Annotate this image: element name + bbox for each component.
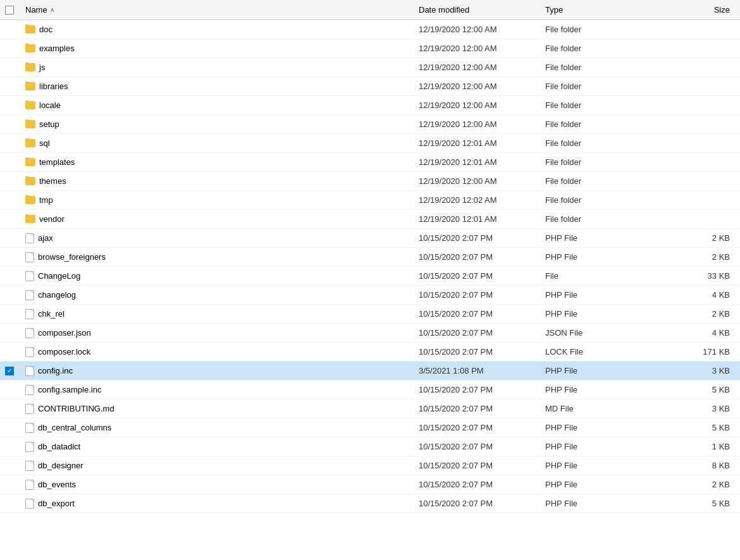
table-row[interactable]: browse_foreigners10/15/2020 2:07 PMPHP F…: [0, 248, 740, 267]
table-row[interactable]: composer.lock10/15/2020 2:07 PMLOCK File…: [0, 343, 740, 362]
file-name: vendor: [39, 214, 65, 224]
php-file-icon: [25, 442, 34, 452]
row-type-col: File folder: [545, 214, 672, 224]
file-name: db_datadict: [38, 442, 80, 451]
table-row[interactable]: db_events10/15/2020 2:07 PMPHP File2 KB: [0, 475, 740, 494]
row-type-col: PHP File: [545, 442, 672, 451]
date-column-label: Date modified: [419, 5, 469, 15]
row-type-col: File: [545, 271, 672, 281]
type-column-label: Type: [545, 5, 563, 15]
row-date-col: 12/19/2020 12:01 AM: [419, 138, 545, 148]
row-type-col: PHP File: [545, 423, 672, 432]
file-name: js: [39, 63, 45, 72]
table-row[interactable]: doc12/19/2020 12:00 AMFile folder: [0, 20, 740, 39]
row-date-col: 10/15/2020 2:07 PM: [419, 461, 545, 470]
table-row[interactable]: db_datadict10/15/2020 2:07 PMPHP File1 K…: [0, 437, 740, 456]
table-row[interactable]: composer.json10/15/2020 2:07 PMJSON File…: [0, 324, 740, 343]
table-row[interactable]: js12/19/2020 12:00 AMFile folder: [0, 58, 740, 77]
file-name: db_export: [38, 499, 75, 508]
row-size-col: 5 KB: [672, 499, 735, 508]
table-row[interactable]: vendor12/19/2020 12:01 AMFile folder: [0, 210, 740, 229]
row-date-col: 12/19/2020 12:00 AM: [419, 63, 545, 72]
folder-icon: [25, 158, 35, 166]
table-row[interactable]: tmp12/19/2020 12:02 AMFile folder: [0, 191, 740, 210]
row-date-col: 12/19/2020 12:00 AM: [419, 25, 545, 34]
row-type-col: PHP File: [545, 461, 672, 470]
file-name: db_designer: [38, 461, 83, 470]
row-date-col: 10/15/2020 2:07 PM: [419, 271, 545, 281]
php-file-icon: [25, 252, 34, 262]
table-row[interactable]: db_central_columns10/15/2020 2:07 PMPHP …: [0, 418, 740, 437]
row-name-col: doc: [25, 25, 419, 34]
folder-icon: [25, 101, 35, 109]
php-file-icon: [25, 499, 34, 509]
table-row[interactable]: sql12/19/2020 12:01 AMFile folder: [0, 134, 740, 153]
table-row[interactable]: libraries12/19/2020 12:00 AMFile folder: [0, 77, 740, 96]
file-name: CONTRIBUTING.md: [38, 404, 114, 413]
row-size-col: 2 KB: [672, 480, 735, 489]
table-row[interactable]: templates12/19/2020 12:01 AMFile folder: [0, 153, 740, 172]
row-date-col: 10/15/2020 2:07 PM: [419, 252, 545, 262]
table-row[interactable]: changelog10/15/2020 2:07 PMPHP File4 KB: [0, 286, 740, 305]
select-all-checkbox[interactable]: [5, 6, 14, 15]
row-type-col: PHP File: [545, 233, 672, 243]
file-name: composer.json: [38, 328, 91, 338]
table-row[interactable]: db_designer10/15/2020 2:07 PMPHP File8 K…: [0, 456, 740, 475]
php-file-icon: [25, 423, 34, 433]
table-header: Name ∧ Date modified Type Size: [0, 0, 740, 20]
row-name-col: config.sample.inc: [25, 385, 419, 395]
php-file-icon: [25, 233, 34, 243]
row-name-col: sql: [25, 138, 419, 148]
file-name: sql: [39, 138, 50, 148]
file-explorer[interactable]: Name ∧ Date modified Type Size doc12/19/…: [0, 0, 740, 560]
table-row[interactable]: chk_rel10/15/2020 2:07 PMPHP File2 KB: [0, 305, 740, 324]
row-date-col: 10/15/2020 2:07 PM: [419, 423, 545, 432]
php-file-icon: [25, 480, 34, 490]
row-date-col: 12/19/2020 12:00 AM: [419, 119, 545, 129]
row-date-col: 10/15/2020 2:07 PM: [419, 442, 545, 451]
row-date-col: 12/19/2020 12:01 AM: [419, 214, 545, 224]
table-row[interactable]: setup12/19/2020 12:00 AMFile folder: [0, 115, 740, 134]
header-size-col[interactable]: Size: [672, 5, 735, 15]
file-name: browse_foreigners: [38, 252, 106, 262]
row-type-col: File folder: [545, 157, 672, 167]
file-name: locale: [39, 100, 61, 110]
table-row[interactable]: locale12/19/2020 12:00 AMFile folder: [0, 96, 740, 115]
row-date-col: 10/15/2020 2:07 PM: [419, 404, 545, 413]
header-type-col[interactable]: Type: [545, 5, 672, 15]
row-name-col: browse_foreigners: [25, 252, 419, 262]
row-type-col: PHP File: [545, 499, 672, 508]
header-name-col[interactable]: Name ∧: [25, 5, 419, 15]
row-type-col: File folder: [545, 44, 672, 53]
header-date-col[interactable]: Date modified: [419, 5, 545, 15]
row-date-col: 3/5/2021 1:08 PM: [419, 366, 545, 375]
php-file-icon: [25, 290, 34, 300]
row-checkbox[interactable]: ✓: [5, 367, 14, 375]
row-name-col: vendor: [25, 214, 419, 224]
file-icon: [25, 404, 34, 414]
name-column-label: Name: [25, 5, 47, 15]
row-type-col: PHP File: [545, 309, 672, 319]
table-row[interactable]: ajax10/15/2020 2:07 PMPHP File2 KB: [0, 229, 740, 248]
row-name-col: db_central_columns: [25, 423, 419, 433]
row-size-col: 1 KB: [672, 442, 735, 451]
row-type-col: File folder: [545, 25, 672, 34]
table-row[interactable]: examples12/19/2020 12:00 AMFile folder: [0, 39, 740, 58]
row-name-col: changelog: [25, 290, 419, 300]
php-file-icon: [25, 385, 34, 395]
row-name-col: composer.lock: [25, 347, 419, 357]
table-row[interactable]: ChangeLog10/15/2020 2:07 PMFile33 KB: [0, 267, 740, 286]
table-row[interactable]: themes12/19/2020 12:00 AMFile folder: [0, 172, 740, 191]
table-row[interactable]: CONTRIBUTING.md10/15/2020 2:07 PMMD File…: [0, 399, 740, 418]
row-size-col: 3 KB: [672, 404, 735, 413]
table-row[interactable]: db_export10/15/2020 2:07 PMPHP File5 KB: [0, 494, 740, 513]
row-date-col: 12/19/2020 12:00 AM: [419, 44, 545, 53]
row-date-col: 12/19/2020 12:01 AM: [419, 157, 545, 167]
row-name-col: ajax: [25, 233, 419, 243]
row-name-col: db_export: [25, 499, 419, 509]
file-name: db_events: [38, 480, 76, 489]
row-name-col: templates: [25, 157, 419, 167]
table-row[interactable]: ✓config.inc3/5/2021 1:08 PMPHP File3 KB: [0, 362, 740, 380]
table-row[interactable]: config.sample.inc10/15/2020 2:07 PMPHP F…: [0, 380, 740, 399]
row-type-col: PHP File: [545, 480, 672, 489]
